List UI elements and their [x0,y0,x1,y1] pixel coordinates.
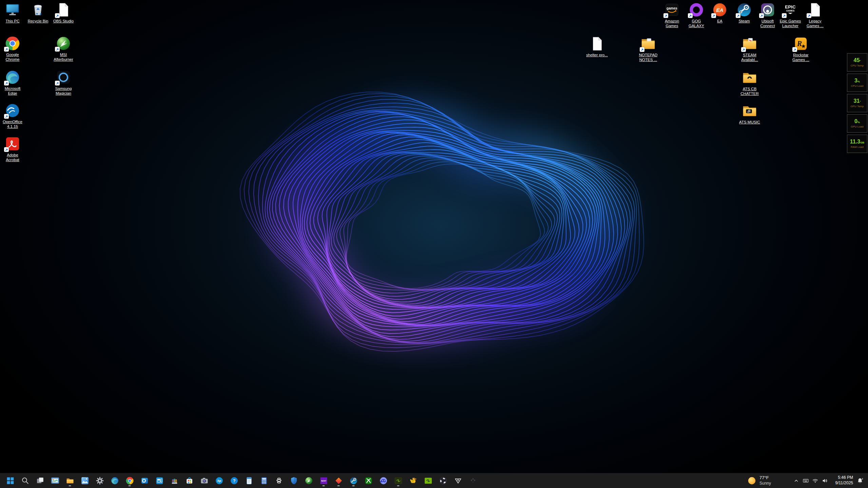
desktop-icon-label: RockstarGames ... [792,53,809,62]
shortcut-arrow-icon [5,47,8,51]
hidden-icons-button[interactable] [791,474,801,487]
desktop-icon-label: GOGGALAXY [689,19,704,28]
taskbar-button-photos[interactable] [79,474,91,487]
taskbar-button-microsoft-store[interactable] [183,474,195,487]
folder-music-icon [742,103,757,119]
svg-text:hp: hp [217,479,221,482]
taskbar-button-edge[interactable] [109,474,121,487]
taskbar-button-get-help[interactable]: ? [228,474,240,487]
taskbar-button-task-view[interactable] [34,474,46,487]
stat-gpu-load-unit: % [857,121,860,124]
hp-icon: hp [215,476,224,485]
desktop-icon-label-line: Recycle Bin [28,19,49,23]
desktop-icon-google-chrome[interactable]: GoogleChrome [0,36,29,62]
desktop-icon-label-line: Epic Games [780,19,801,23]
desktop-icon-label-line: Legacy [807,19,824,23]
photos-icon [81,476,89,485]
taskbar-button-hp-smart[interactable] [153,474,166,487]
desktop-icon-steam-available[interactable]: STEAMAvailabl... [733,36,766,62]
desktop-icon-rockstar-games[interactable]: RRockstarGames ... [785,36,817,62]
svg-text:R: R [797,39,802,48]
desktop-icon-label-line: Acrobat [6,157,19,162]
desktop-icon-label-line: Adobe [6,153,19,157]
stat-ram-load-label: RAM Load [851,145,864,149]
shortcut-badge [741,47,746,52]
desktop-icon-label: Recycle Bin [28,19,49,23]
windows-security-icon [290,476,298,485]
desktop-icon-label: GoogleChrome [6,52,20,62]
taskbar-button-camera[interactable] [198,474,210,487]
desktop-icon-microsoft-edge[interactable]: MicrosoftEdge [0,70,29,96]
desktop-icon-label: SamsungMagician [55,86,72,96]
sun-icon [747,476,756,485]
ea-icon: EA [712,2,728,18]
notification-center-button[interactable]: z [854,474,865,487]
taskbar-button-red-diamond-launcher[interactable] [332,474,345,487]
desktop-icon-samsung-magician[interactable]: SamsungMagician [47,70,80,96]
taskbar-clock[interactable]: 5:46 PM 9/11/2025 [833,475,853,486]
desktop-icon-label-line: Afterburner [54,57,73,62]
taskbar-button-outlook[interactable] [138,474,151,487]
taskbar-button-obs-studio[interactable] [437,474,449,487]
taskbar-button-hp[interactable]: hp [213,474,225,487]
taskbar-button-xbox[interactable] [362,474,374,487]
desktop-icon-obs-studio[interactable]: OBS Studio [47,2,80,23]
taskbar-button-start[interactable] [4,474,16,487]
taskbar-button-windows-security[interactable] [288,474,300,487]
volume-button[interactable] [820,474,829,487]
folder-media-icon [742,70,757,85]
document-icon [589,36,605,52]
desktop-icon-ats-music[interactable]: ATS MUSIC [733,103,766,124]
taskbar-button-winrar[interactable] [168,474,180,487]
desktop-icon-msi-afterburner[interactable]: MSIAfterburner [47,36,80,62]
shortcut-badge [640,47,644,52]
taskbar-button-turtle-beach[interactable] [452,474,464,487]
shortcut-arrow-icon [736,14,740,18]
network-button[interactable] [810,474,820,487]
desktop-icon-notepad-notes[interactable]: NOTEPADNOTES ... [632,36,664,62]
system-info-icon [51,476,59,485]
desktop-icon-ats-cb-chatter[interactable]: ATS CBCHATTER [733,70,766,96]
edge-icon [111,476,119,485]
desktop-icon-label: LegacyGames ... [807,19,824,28]
shortcut-arrow-icon [5,115,8,118]
desktop-icon-shelter-pro[interactable]: shelter pro... [581,36,613,57]
taskbar-button-duckstation[interactable] [407,474,419,487]
touch-keyboard-button[interactable] [801,474,810,487]
desktop-icon-legacy-games[interactable]: LegacyGames ... [799,2,831,28]
taskbar-button-settings[interactable] [94,474,106,487]
taskbar-button-nzxt-cam[interactable]: NZXT [317,474,330,487]
camera-icon [200,476,209,485]
taskbar-button-search[interactable] [19,474,31,487]
taskbar-button-corsair[interactable] [467,474,479,487]
steam-icon [349,476,358,485]
shortcut-arrow-icon [783,14,786,18]
shortcut-arrow-icon [742,48,746,52]
acrobat-icon [5,136,20,152]
desktop-icon-label-line: GALAXY [689,23,704,28]
wifi-icon [812,477,818,484]
shortcut-arrow-icon [760,14,764,18]
taskbar-button-steam[interactable] [347,474,360,487]
clock-time: 5:46 PM [833,475,853,481]
taskbar-button-msi-afterburner[interactable] [303,474,315,487]
stat-ram-load-value: 11.3GB [850,139,864,144]
taskbar-button-nvidia-app[interactable] [392,474,404,487]
taskbar-button-chrome[interactable] [123,474,136,487]
desktop-icon-label-line: Availabl... [741,57,758,62]
taskbar-pinned-icons: hp?NZXT [0,474,479,487]
taskbar-button-notepad[interactable] [243,474,255,487]
desktop-icon-openoffice[interactable]: OpenOffice4.1.15 [0,103,29,129]
weather-widget[interactable]: 77°F Sunny [743,473,775,488]
taskbar-button-file-explorer[interactable] [64,474,76,487]
taskbar-button-discord[interactable] [377,474,389,487]
desktop-icon-adobe-acrobat[interactable]: AdobeAcrobat [0,136,29,162]
shortcut-badge [807,13,811,18]
shortcut-arrow-icon [664,14,668,18]
taskbar-button-calculator[interactable] [258,474,270,487]
taskbar-button-coil[interactable] [273,474,285,487]
taskbar-button-system-info[interactable] [49,474,61,487]
taskbar-button-nvidia-control-panel[interactable] [422,474,434,487]
desktop-icon-label: shelter pro... [586,53,608,57]
clock-date: 9/11/2025 [833,481,853,486]
